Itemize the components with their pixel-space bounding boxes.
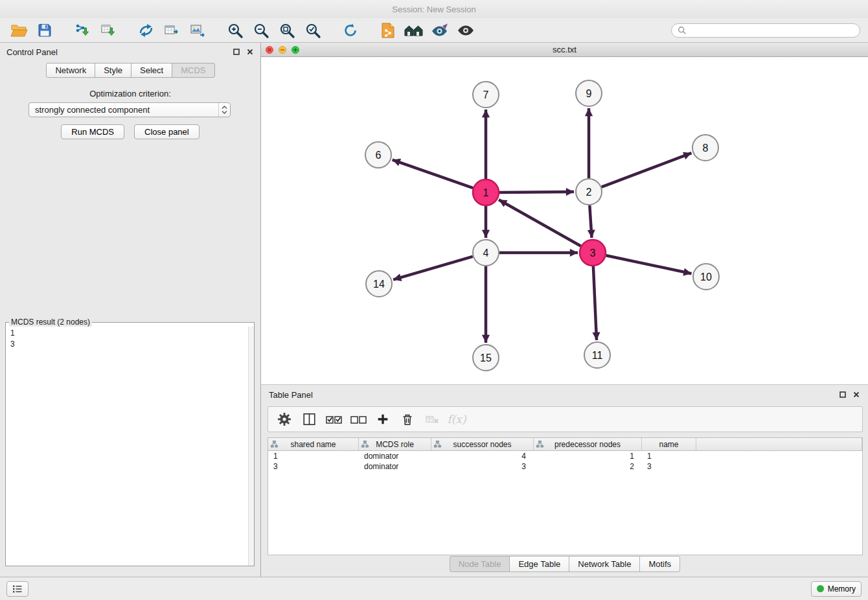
tab-edge-table[interactable]: Edge Table xyxy=(509,556,569,572)
criterion-dropdown[interactable]: strongly connected component xyxy=(29,102,231,117)
zoom-in-button[interactable] xyxy=(223,20,247,41)
cell-predecessor-nodes[interactable]: 1 xyxy=(534,451,642,461)
table-row[interactable]: 3 dominator 3 2 3 xyxy=(268,461,862,472)
column-header-name[interactable]: name xyxy=(642,438,696,451)
cell-name[interactable]: 3 xyxy=(642,461,696,472)
column-label: MCDS role xyxy=(376,440,414,449)
graphics-details-button[interactable] xyxy=(428,20,452,41)
search-field[interactable] xyxy=(671,23,860,38)
import-network-file-button[interactable] xyxy=(70,20,95,41)
mcds-result-line[interactable]: 1 xyxy=(10,328,249,339)
float-icon xyxy=(839,391,846,398)
close-mcds-panel-button[interactable]: Close panel xyxy=(134,124,200,139)
close-table-panel-button[interactable] xyxy=(852,391,860,398)
graph-edge-3-1[interactable] xyxy=(499,200,581,246)
window-title: Session: New Session xyxy=(392,5,475,14)
export-image-button[interactable] xyxy=(185,20,210,41)
refresh-layout-button[interactable] xyxy=(338,20,363,41)
table-panel: Table Panel xyxy=(261,384,868,577)
tab-style[interactable]: Style xyxy=(95,63,131,78)
network-file-button[interactable] xyxy=(376,20,400,41)
search-input[interactable] xyxy=(690,25,854,36)
toolbar-separator xyxy=(326,30,337,30)
zoom-out-button[interactable] xyxy=(249,20,273,41)
tab-network-table[interactable]: Network Table xyxy=(569,556,640,572)
table-toolbar: f(x) xyxy=(268,406,863,432)
cell-predecessor-nodes[interactable]: 2 xyxy=(534,461,642,472)
cell-name[interactable]: 1 xyxy=(642,451,696,461)
plus-icon xyxy=(376,412,390,426)
deselect-all-columns-button[interactable] xyxy=(347,409,369,430)
column-header-shared-name[interactable]: shared name xyxy=(268,438,359,451)
first-neighbors-button[interactable] xyxy=(402,20,426,41)
tab-network[interactable]: Network xyxy=(46,63,95,78)
network-graph[interactable]: 7968124314101511 xyxy=(261,57,868,384)
cell-successor-nodes[interactable]: 3 xyxy=(431,461,534,472)
column-label: shared name xyxy=(290,440,336,449)
graph-edge-3-10[interactable] xyxy=(606,255,692,273)
close-glyph-icon xyxy=(267,47,272,52)
cell-shared-name[interactable]: 3 xyxy=(268,461,359,472)
memory-button[interactable]: Memory xyxy=(811,581,862,597)
graph-edge-2-3[interactable] xyxy=(589,205,591,238)
save-session-button[interactable] xyxy=(32,20,57,41)
hierarchy-icon xyxy=(434,441,441,448)
control-panel-header: Control Panel xyxy=(6,46,254,58)
cell-mcds-role[interactable]: dominator xyxy=(359,451,431,461)
show-columns-button[interactable] xyxy=(298,409,320,430)
graph-edge-4-14[interactable] xyxy=(393,257,473,280)
zoom-fit-icon xyxy=(279,22,295,39)
graph-edge-2-8[interactable] xyxy=(602,153,692,187)
tab-motifs[interactable]: Motifs xyxy=(639,556,680,572)
control-panel-tabs: Network Style Select MCDS xyxy=(0,63,260,78)
column-header-mcds-role[interactable]: MCDS role xyxy=(359,438,431,451)
delete-column-button[interactable] xyxy=(396,409,418,430)
search-icon xyxy=(678,26,687,35)
tab-node-table[interactable]: Node Table xyxy=(450,556,510,572)
deselect-all-icon xyxy=(350,412,367,426)
mcds-result-list[interactable]: 1 3 xyxy=(6,327,254,351)
float-table-panel-button[interactable] xyxy=(839,391,847,398)
delete-table-button[interactable] xyxy=(421,409,443,430)
minimize-glyph-icon xyxy=(280,47,285,52)
cell-shared-name[interactable]: 1 xyxy=(268,451,359,461)
show-hide-button[interactable] xyxy=(453,20,478,41)
result-scrollbar[interactable] xyxy=(248,327,254,566)
run-mcds-button[interactable]: Run MCDS xyxy=(61,124,124,139)
export-network-button[interactable] xyxy=(133,20,158,41)
float-panel-button[interactable] xyxy=(233,48,240,56)
network-canvas[interactable]: 7968124314101511 xyxy=(261,57,868,384)
table-settings-button[interactable] xyxy=(273,409,295,430)
tab-mcds[interactable]: MCDS xyxy=(172,63,214,78)
export-table-button[interactable] xyxy=(159,20,184,41)
function-builder-button[interactable]: f(x) xyxy=(446,409,468,430)
window-close-button[interactable] xyxy=(266,46,273,54)
column-header-predecessor-nodes[interactable]: predecessor nodes xyxy=(534,438,642,451)
column-header-filler xyxy=(696,438,862,451)
cell-successor-nodes[interactable]: 4 xyxy=(431,451,534,461)
tab-select[interactable]: Select xyxy=(131,63,172,78)
mcds-result-line[interactable]: 3 xyxy=(10,339,249,350)
open-file-button[interactable] xyxy=(6,20,31,41)
zoom-selected-button[interactable] xyxy=(301,20,325,41)
cell-mcds-role[interactable]: dominator xyxy=(359,461,431,472)
window-zoom-button[interactable] xyxy=(291,46,299,54)
dropdown-stepper-icon xyxy=(218,103,230,117)
close-control-panel-button[interactable] xyxy=(246,48,254,56)
network-window-titlebar[interactable]: scc.txt xyxy=(261,43,868,57)
add-column-button[interactable] xyxy=(372,409,394,430)
graph-node-label: 8 xyxy=(703,143,709,154)
cell-filler xyxy=(696,451,862,461)
table-row[interactable]: 1 dominator 4 1 1 xyxy=(268,451,862,461)
select-all-columns-button[interactable] xyxy=(323,409,345,430)
column-header-successor-nodes[interactable]: successor nodes xyxy=(431,438,534,451)
graph-edge-1-6[interactable] xyxy=(393,160,474,189)
panel-list-button[interactable] xyxy=(6,581,29,597)
graph-edge-3-11[interactable] xyxy=(593,266,597,340)
import-table-file-button[interactable] xyxy=(96,20,120,41)
graph-edge-1-2[interactable] xyxy=(499,192,574,192)
graph-node-label: 2 xyxy=(586,187,592,198)
save-icon xyxy=(37,23,52,38)
zoom-fit-button[interactable] xyxy=(275,20,299,41)
window-minimize-button[interactable] xyxy=(279,46,286,54)
